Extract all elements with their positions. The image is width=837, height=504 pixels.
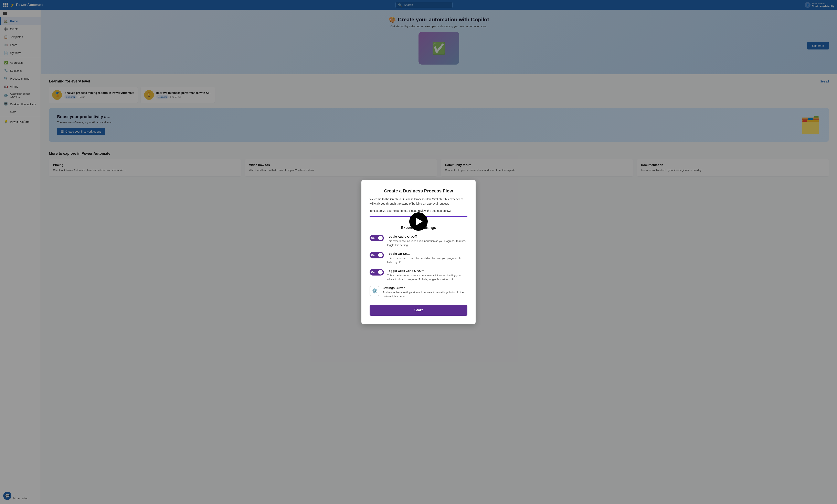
- modal-dialog: Create a Business Process Flow Welcome t…: [361, 180, 476, 324]
- toggle-clickzone-label: On: [371, 271, 375, 274]
- setting-row-settingsbtn: ⚙️ Settings Button To change these setti…: [370, 286, 467, 298]
- setting-clickzone-title: Toggle Click Zone On/Off: [387, 269, 467, 273]
- setting-onscreen-title: Toggle On-Sc…: [387, 252, 467, 255]
- toggle-onscreen-circle: [378, 253, 382, 257]
- toggle-onscreen[interactable]: On: [370, 252, 384, 258]
- setting-onscreen-desc: This experience … narration and directio…: [387, 256, 467, 264]
- toggle-onscreen-label: On: [371, 254, 375, 257]
- start-button[interactable]: Start: [370, 305, 467, 316]
- toggle-audio-label: On: [371, 237, 375, 240]
- toggle-audio-circle: [378, 236, 382, 240]
- setting-row-onscreen: On Toggle On-Sc… This experience … narra…: [370, 252, 467, 264]
- setting-audio-desc: This experience includes audio narration…: [387, 239, 467, 247]
- setting-settingsbtn-desc: To change these settings at any time, se…: [382, 291, 467, 298]
- setting-audio-title: Toggle Audio On/Off: [387, 235, 467, 238]
- settings-gear-icon: ⚙️: [372, 288, 377, 294]
- play-triangle-icon: [416, 218, 423, 226]
- settings-icon-box: ⚙️: [370, 286, 379, 296]
- modal-title: Create a Business Process Flow: [370, 188, 467, 194]
- play-button[interactable]: [409, 212, 428, 231]
- settings-list: On Toggle Audio On/Off This experience i…: [370, 235, 467, 298]
- toggle-clickzone-circle: [378, 270, 382, 275]
- modal-overlay: Create a Business Process Flow Welcome t…: [0, 0, 837, 504]
- setting-clickzone-desc: This experience includes an on-screen cl…: [387, 273, 467, 281]
- setting-settingsbtn-title: Settings Button: [382, 286, 467, 290]
- setting-row-clickzone: On Toggle Click Zone On/Off This experie…: [370, 269, 467, 281]
- toggle-clickzone[interactable]: On: [370, 269, 384, 276]
- modal-intro1: Welcome to the Create a Business Process…: [370, 197, 467, 206]
- toggle-audio[interactable]: On: [370, 235, 384, 241]
- setting-row-audio: On Toggle Audio On/Off This experience i…: [370, 235, 467, 247]
